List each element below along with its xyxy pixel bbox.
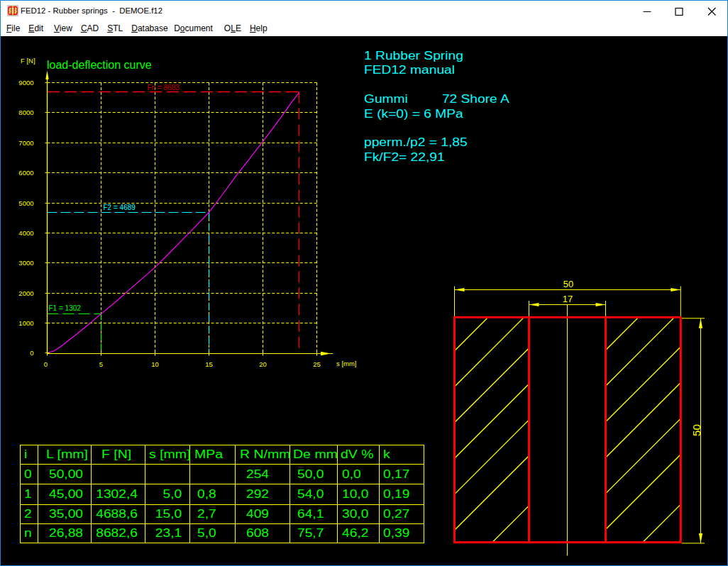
svg-text:1000: 1000	[18, 319, 33, 327]
svg-text:0: 0	[30, 349, 33, 357]
svg-text:3000: 3000	[18, 259, 33, 267]
svg-text:Fn = 8683: Fn = 8683	[148, 84, 180, 91]
svg-text:0: 0	[44, 360, 48, 368]
svg-text:15: 15	[205, 360, 213, 368]
svg-text:F1 = 1302: F1 = 1302	[49, 304, 82, 312]
svg-text:8000: 8000	[18, 109, 33, 116]
svg-text:2000: 2000	[18, 289, 33, 297]
svg-text:7000: 7000	[18, 139, 33, 147]
svg-text:20: 20	[259, 360, 267, 368]
svg-text:5000: 5000	[18, 199, 33, 207]
svg-text:10: 10	[151, 360, 159, 368]
svg-text:s [mm]: s [mm]	[336, 360, 357, 367]
svg-text:50: 50	[690, 424, 702, 436]
svg-text:25: 25	[313, 360, 321, 368]
svg-text:F2 = 4689: F2 = 4689	[104, 204, 136, 211]
svg-text:F [N]: F [N]	[21, 57, 35, 65]
svg-text:50: 50	[563, 279, 573, 289]
svg-text:17: 17	[563, 294, 573, 304]
svg-text:load-deflection curve: load-deflection curve	[47, 59, 152, 71]
svg-text:6000: 6000	[18, 169, 33, 177]
svg-text:5: 5	[99, 360, 103, 368]
svg-text:9000: 9000	[18, 79, 33, 87]
svg-text:4000: 4000	[18, 229, 33, 237]
